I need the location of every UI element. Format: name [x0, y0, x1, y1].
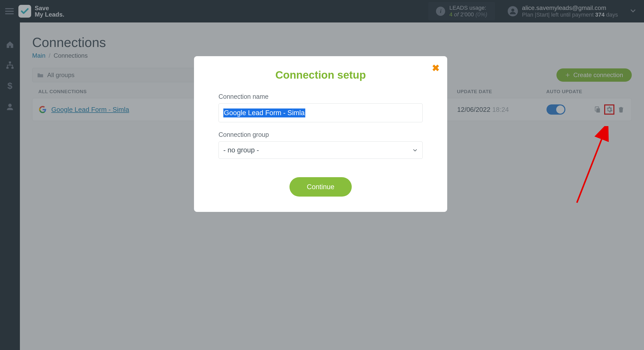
- connection-setup-modal: ✖ Connection setup Connection name Googl…: [194, 56, 447, 212]
- connection-group-label: Connection group: [218, 131, 423, 138]
- close-icon[interactable]: ✖: [432, 63, 440, 74]
- connection-group-select[interactable]: - no group -: [218, 141, 423, 159]
- continue-button[interactable]: Continue: [289, 177, 352, 197]
- connection-name-label: Connection name: [218, 93, 423, 100]
- modal-title: Connection setup: [218, 69, 423, 81]
- connection-name-input[interactable]: Google Lead Form - Simla: [218, 103, 423, 122]
- chevron-down-icon: [412, 147, 418, 153]
